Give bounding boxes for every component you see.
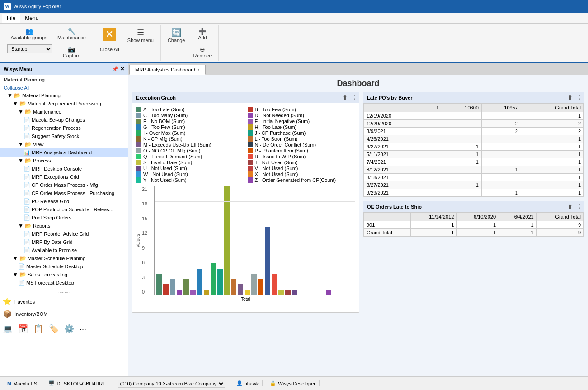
remove-button[interactable]: ⊖ Remove	[190, 43, 215, 61]
legend-grid: A - Too Late (Sum)B - Too Few (Sum)C - T…	[136, 107, 355, 183]
chart-bar-H	[204, 290, 209, 295]
sidebar-item-safety[interactable]: 📄 Suggest Safety Stock	[0, 132, 128, 140]
oe-orders-col-3: 6/4/2021	[499, 213, 537, 221]
sidebar-more[interactable]: ···	[79, 323, 87, 335]
sidebar-item-mrp-desktop[interactable]: 📄 MRP Desktop Console	[0, 165, 128, 173]
doc-icon-3: 📄	[24, 133, 30, 139]
legend-item: W - Not Used (Sum)	[136, 171, 244, 177]
sidebar-icon-1[interactable]: 💻	[2, 323, 14, 335]
oe-orders-table: 11/14/2012 6/10/2020 6/4/2021 Grand Tota…	[363, 212, 584, 237]
capture-button[interactable]: 📷 Capture	[54, 43, 89, 61]
sidebar-item-regen[interactable]: 📄 Regeneration Process	[0, 124, 128, 132]
sidebar-item-print[interactable]: 📄 Print Shop Orders	[0, 214, 128, 222]
chart-bar-U	[292, 290, 297, 295]
available-groups-button[interactable]: 👥 Available groups	[5, 25, 52, 43]
sidebar-item-msd[interactable]: 📄 Master Schedule Desktop	[0, 262, 128, 271]
doc-icon-7: 📄	[24, 182, 30, 188]
export-icon[interactable]: ⬆	[343, 94, 348, 101]
sidebar-icon-5[interactable]: ⚙️	[63, 323, 75, 335]
add-button[interactable]: ➕ Add	[190, 25, 215, 43]
table-row: 12/19/2020 1	[364, 112, 584, 120]
late-pos-expand-icon[interactable]: ⛶	[574, 94, 580, 101]
table-row: 3/9/2021 2 2	[364, 128, 584, 135]
table-row: 4/26/2021 1	[364, 135, 584, 143]
sidebar-item-material-planning[interactable]: ▼ 📂 Material Planning	[0, 91, 128, 100]
sidebar-item-atp[interactable]: 📄 Available to Promise	[0, 246, 128, 254]
grid-line-9	[155, 217, 355, 217]
folder-open-icon-6: 📂	[25, 223, 32, 229]
chart-bar-I	[211, 263, 216, 295]
sidebar-item-po-release[interactable]: 📄 PO Release Grid	[0, 197, 128, 205]
tab-close-button[interactable]: ×	[197, 67, 200, 72]
status-role: 🔒 Wisys Developer	[266, 380, 320, 386]
startup-dropdown[interactable]: Startup	[7, 44, 52, 53]
oe-orders-expand-icon[interactable]: ⛶	[574, 203, 580, 210]
legend-color	[248, 124, 253, 130]
oe-orders-export-icon[interactable]: ⬆	[568, 203, 573, 210]
sidebar-item-pop[interactable]: 📄 POP Production Schedule - Releas...	[0, 205, 128, 214]
legend-item: R - Issue to WIP (Sum)	[248, 154, 356, 159]
folder-open-icon-5: 📂	[25, 157, 32, 164]
close-sidebar-icon[interactable]: ✕	[120, 66, 124, 72]
legend-item: O - NO CP OE Mfg (Sum)	[136, 148, 244, 153]
sidebar-item-reports[interactable]: ▼ 📂 Reports	[0, 222, 128, 230]
chart-bar-N	[245, 290, 250, 295]
ribbon-close-group: ✕ Close All ☰ Show menu	[93, 25, 161, 61]
sidebar-icon-2[interactable]: 📅	[17, 323, 29, 335]
legend-color	[248, 160, 253, 165]
inventory-item[interactable]: 📦 Inventory/BOM	[0, 308, 128, 320]
company-dropdown[interactable]: (010) Company 10 X-stream Bike Company	[118, 380, 225, 388]
sidebar-item-process[interactable]: ▼ 📂 Process	[0, 157, 128, 165]
sidebar-item-view[interactable]: ▼ 📂 View	[0, 140, 128, 148]
sidebar-item-cp-mfg[interactable]: 📄 CP Order Mass Process - Mfg	[0, 181, 128, 189]
grid-line-21	[155, 186, 355, 186]
sidebar-item-msp[interactable]: ▼ 📂 Master Schedule Planning	[0, 254, 128, 262]
legend-color	[248, 136, 253, 142]
change-button[interactable]: 🔄 Change	[165, 25, 188, 45]
sidebar-item-exceptions[interactable]: 📄 MRP Exceptions Grid	[0, 173, 128, 181]
legend-color	[248, 142, 253, 147]
oe-orders-title: OE Orders Late to Ship	[367, 204, 422, 209]
change-icon: 🔄	[171, 28, 181, 38]
late-pos-header: Late PO's by Buyer ⬆ ⛶	[363, 92, 584, 103]
close-all-button[interactable]: ✕ Close All	[97, 25, 122, 54]
sidebar-icon-3[interactable]: 📋	[33, 323, 44, 335]
table-row: 9/29/2021 1 1	[364, 189, 584, 197]
dashboard-title: Dashboard	[132, 79, 584, 88]
sidebar-icon-4[interactable]: 🏷️	[48, 323, 60, 335]
late-pos-export-icon[interactable]: ⬆	[568, 94, 573, 101]
ribbon-buttons-groups: 👥 Available groups Startup 🔧 Maintenance…	[5, 25, 89, 61]
expand-icon[interactable]: ⛶	[349, 94, 355, 101]
sidebar-item-reorder[interactable]: 📄 MRP Reorder Advice Grid	[0, 230, 128, 238]
sidebar-item-mrp-date[interactable]: 📄 MRP By Date Grid	[0, 238, 128, 246]
lock-icon: 🔒	[270, 380, 276, 386]
sidebar-item-sf[interactable]: ▼ 📂 Sales Forecasting	[0, 271, 128, 279]
menu-file[interactable]: File	[2, 14, 20, 23]
menu-menu[interactable]: Menu	[20, 14, 43, 22]
doc-icon-16: 📄	[18, 280, 25, 286]
oe-orders-col-2: 6/10/2020	[457, 213, 499, 221]
show-menu-button[interactable]: ☰ Show menu	[124, 25, 157, 45]
sidebar-item-maintenance[interactable]: ▼ 📂 Maintenance	[0, 108, 128, 116]
maintenance-button[interactable]: 🔧 Maintenance	[54, 25, 89, 43]
late-pos-table-container[interactable]: 1 10600 10957 Grand Total 12/19/2020 1	[363, 103, 584, 197]
doc-icon-15: 📄	[18, 263, 25, 270]
ribbon-server-buttons: 🔄 Change ➕ Add ⊖ Remove	[165, 25, 215, 61]
legend-color	[248, 177, 253, 183]
pin-icon[interactable]: 📌	[112, 66, 118, 72]
sidebar-item-macola[interactable]: 📄 Macola Set-up Changes	[0, 116, 128, 124]
sidebar-item-dashboard[interactable]: 📊 MRP Analystics Dashboard	[0, 148, 128, 157]
late-pos-panel: Late PO's by Buyer ⬆ ⛶	[363, 92, 584, 197]
sidebar-item-msf[interactable]: 📄 MS Forecast Desktop	[0, 279, 128, 287]
sidebar-item-cp-purch[interactable]: 📄 CP Order Mass Process - Purchasing	[0, 189, 128, 197]
chart-bar-G	[197, 269, 202, 295]
oe-orders-col-1: 11/14/2012	[411, 213, 457, 221]
collapse-all[interactable]: Collapse All	[0, 84, 128, 91]
favorites-item[interactable]: ⭐ Favorites	[0, 295, 128, 308]
legend-color	[136, 148, 141, 153]
add-icon: ➕	[198, 28, 206, 35]
doc-icon-6: 📄	[24, 174, 30, 180]
table-row: Grand Total 1 1 1 9	[364, 229, 584, 237]
tab-mrp-dashboard[interactable]: MRP Analystics Dashboard ×	[129, 65, 206, 75]
sidebar-item-mrp[interactable]: ▼ 📂 Material Requirement Processing	[0, 100, 128, 108]
